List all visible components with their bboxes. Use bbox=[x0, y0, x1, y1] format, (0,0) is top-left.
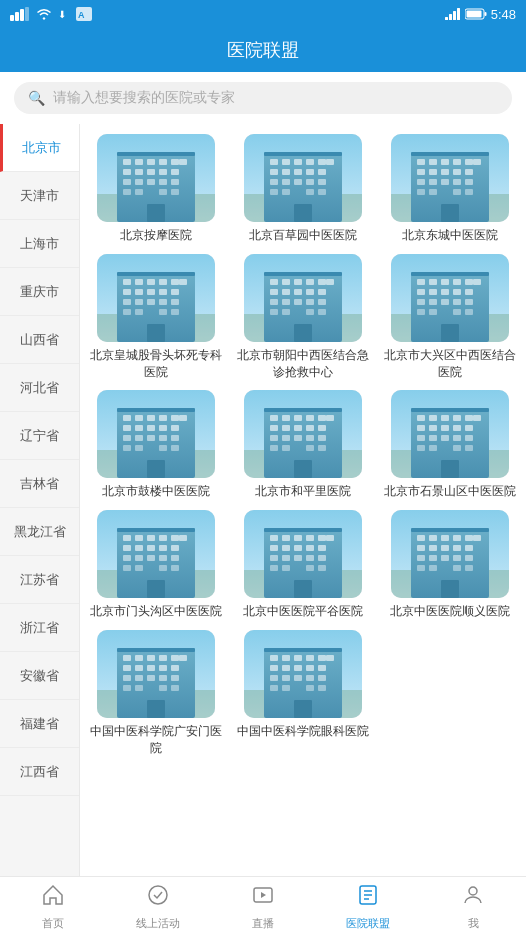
sidebar-item-shanxi[interactable]: 山西省 bbox=[0, 316, 79, 364]
hospital-item[interactable]: 北京市石景山区中医医院 bbox=[381, 390, 518, 500]
hospital-item[interactable]: 北京皇城股骨头坏死专科医院 bbox=[88, 254, 225, 381]
hospital-item[interactable]: 北京东城中医医院 bbox=[381, 134, 518, 244]
svg-rect-19 bbox=[147, 159, 155, 165]
nav-icon-home bbox=[41, 883, 65, 913]
svg-rect-242 bbox=[123, 535, 131, 541]
svg-rect-146 bbox=[465, 279, 473, 285]
sidebar-item-jiangsu[interactable]: 江苏省 bbox=[0, 556, 79, 604]
hospital-image bbox=[391, 134, 509, 222]
hospital-item[interactable]: 北京市门头沟区中医医院 bbox=[88, 510, 225, 620]
svg-rect-175 bbox=[147, 425, 155, 431]
svg-rect-100 bbox=[147, 289, 155, 295]
hospital-item[interactable]: 北京市和平里医院 bbox=[235, 390, 372, 500]
svg-rect-0 bbox=[10, 15, 14, 21]
nav-item-home[interactable]: 首页 bbox=[0, 883, 105, 931]
svg-rect-24 bbox=[135, 169, 143, 175]
signal-bars-icon bbox=[10, 7, 30, 21]
svg-rect-43 bbox=[282, 159, 290, 165]
building-illustration bbox=[244, 134, 362, 222]
svg-rect-295 bbox=[453, 535, 461, 541]
svg-rect-170 bbox=[159, 415, 167, 421]
battery-icon bbox=[465, 8, 487, 20]
svg-rect-258 bbox=[123, 565, 131, 571]
svg-rect-12 bbox=[484, 12, 486, 16]
svg-rect-171 bbox=[171, 415, 179, 421]
svg-rect-145 bbox=[453, 279, 461, 285]
svg-rect-10 bbox=[457, 8, 460, 20]
sidebar-item-shanghai[interactable]: 上海市 bbox=[0, 220, 79, 268]
sidebar-item-heilongjiang[interactable]: 黑龙江省 bbox=[0, 508, 79, 556]
svg-rect-109 bbox=[135, 309, 143, 315]
hospital-item[interactable]: 北京中医医院平谷医院 bbox=[235, 510, 372, 620]
sidebar-item-anhui[interactable]: 安徽省 bbox=[0, 652, 79, 700]
sidebar-item-jiangxi[interactable]: 江西省 bbox=[0, 748, 79, 796]
svg-rect-69 bbox=[441, 159, 449, 165]
svg-rect-137 bbox=[294, 324, 312, 342]
hospital-item[interactable]: 北京按摩医院 bbox=[88, 134, 225, 244]
svg-rect-185 bbox=[159, 445, 167, 451]
hospital-image bbox=[97, 630, 215, 718]
svg-rect-217 bbox=[417, 415, 425, 421]
svg-rect-322 bbox=[179, 655, 187, 661]
svg-rect-33 bbox=[123, 189, 131, 195]
sidebar-item-beijing[interactable]: 北京市 bbox=[0, 124, 79, 172]
svg-rect-155 bbox=[441, 299, 449, 305]
svg-rect-223 bbox=[417, 425, 425, 431]
sidebar-item-liaoning[interactable]: 辽宁省 bbox=[0, 412, 79, 460]
svg-rect-323 bbox=[123, 665, 131, 671]
svg-rect-72 bbox=[473, 159, 481, 165]
hospital-item[interactable]: 中国中医科学院广安门医院 bbox=[88, 630, 225, 757]
sidebar-item-jilin[interactable]: 吉林省 bbox=[0, 460, 79, 508]
nav-item-live[interactable]: 直播 bbox=[210, 883, 315, 931]
sidebar-item-chongqing[interactable]: 重庆市 bbox=[0, 268, 79, 316]
svg-rect-59 bbox=[282, 189, 290, 195]
svg-rect-256 bbox=[159, 555, 167, 561]
sidebar-item-fujian[interactable]: 福建省 bbox=[0, 700, 79, 748]
nav-item-online-activity[interactable]: 线上活动 bbox=[105, 883, 210, 931]
svg-rect-338 bbox=[117, 648, 195, 652]
search-bar-container: 🔍 请输入想要搜索的医院或专家 bbox=[0, 72, 526, 124]
nav-label-me: 我 bbox=[468, 916, 479, 931]
svg-rect-160 bbox=[453, 309, 461, 315]
svg-rect-270 bbox=[306, 535, 314, 541]
svg-rect-142 bbox=[417, 279, 425, 285]
hospital-item[interactable]: 北京市大兴区中西医结合医院 bbox=[381, 254, 518, 381]
svg-rect-63 bbox=[264, 152, 342, 156]
svg-rect-303 bbox=[417, 555, 425, 561]
svg-rect-313 bbox=[411, 528, 489, 532]
svg-rect-356 bbox=[306, 675, 314, 681]
svg-rect-326 bbox=[159, 665, 167, 671]
svg-rect-277 bbox=[318, 545, 326, 551]
hospital-item[interactable]: 北京市鼓楼中医医院 bbox=[88, 390, 225, 500]
svg-rect-3 bbox=[25, 7, 29, 21]
svg-rect-99 bbox=[135, 289, 143, 295]
svg-rect-361 bbox=[318, 685, 326, 691]
hospital-item[interactable]: 中国中医科学院眼科医院 bbox=[235, 630, 372, 757]
hospital-item[interactable]: 北京百草园中医医院 bbox=[235, 134, 372, 244]
svg-rect-206 bbox=[306, 435, 314, 441]
svg-rect-311 bbox=[465, 565, 473, 571]
svg-rect-62 bbox=[294, 204, 312, 222]
svg-rect-224 bbox=[429, 425, 437, 431]
hospital-item[interactable]: 北京市朝阳中西医结合急诊抢救中心 bbox=[235, 254, 372, 381]
sidebar-item-tianjin[interactable]: 天津市 bbox=[0, 172, 79, 220]
hospital-list: 北京按摩医院 bbox=[80, 124, 526, 876]
hospital-item[interactable]: 北京中医医院顺义医院 bbox=[381, 510, 518, 620]
svg-rect-21 bbox=[171, 159, 179, 165]
hospital-name: 北京市大兴区中西医结合医院 bbox=[381, 347, 518, 381]
hospital-name: 北京市朝阳中西医结合急诊抢救中心 bbox=[235, 347, 372, 381]
building-illustration bbox=[244, 510, 362, 598]
nav-item-hospital-alliance[interactable]: 医院联盟 bbox=[316, 883, 421, 931]
svg-rect-201 bbox=[306, 425, 314, 431]
svg-rect-117 bbox=[270, 279, 278, 285]
svg-rect-37 bbox=[147, 204, 165, 222]
svg-rect-319 bbox=[147, 655, 155, 661]
sidebar-item-zhejiang[interactable]: 浙江省 bbox=[0, 604, 79, 652]
search-input-wrap[interactable]: 🔍 请输入想要搜索的医院或专家 bbox=[14, 82, 512, 114]
svg-rect-317 bbox=[123, 655, 131, 661]
sidebar-item-hebei[interactable]: 河北省 bbox=[0, 364, 79, 412]
nav-item-me[interactable]: 我 bbox=[421, 883, 526, 931]
svg-rect-161 bbox=[465, 309, 473, 315]
svg-rect-198 bbox=[270, 425, 278, 431]
building-illustration bbox=[97, 254, 215, 342]
